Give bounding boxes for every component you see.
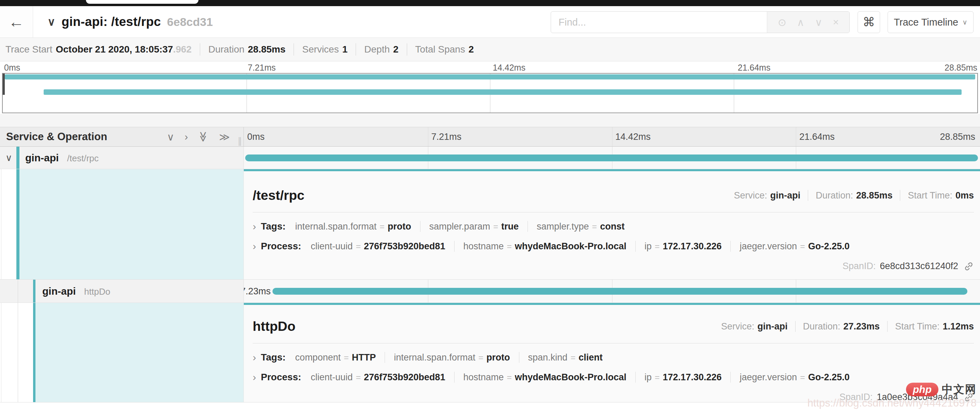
minimap-tick-labels: 0ms 7.21ms 14.42ms 21.64ms 28.85ms — [0, 62, 980, 72]
find-focus-icon[interactable]: ⊙ — [778, 16, 786, 28]
back-arrow-icon: ← — [8, 13, 24, 31]
meta-label: Start Time: — [908, 190, 952, 201]
expand-chevron-icon[interactable]: › — [253, 240, 256, 252]
depth-label: Depth — [364, 44, 390, 55]
span-row-httpdo[interactable]: gin-api httpDo 27.23ms — [0, 280, 980, 303]
process-value: Go-2.25.0 — [808, 372, 850, 383]
equals-sign: = — [356, 242, 361, 251]
find-next-icon[interactable]: ∨ — [815, 16, 822, 28]
span-bar-cell — [244, 147, 980, 169]
meta-label: Start Time: — [895, 321, 940, 332]
expand-one-icon[interactable]: › — [185, 131, 188, 143]
timeline-tick: 28.85ms — [940, 132, 975, 142]
process-key: client-uuid — [311, 241, 353, 252]
process-row[interactable]: › Process: client-uuid=276f753b920bed81 … — [253, 240, 974, 252]
timeline-tick: 14.42ms — [616, 132, 651, 142]
span-detail-meta: Service: gin-api Duration: 28.85ms Start… — [734, 190, 974, 201]
tags-label: Tags: — [261, 352, 286, 363]
span-row-test-rpc[interactable]: ∨ gin-api /test/rpc — [0, 147, 980, 169]
meta-label: Service: — [734, 190, 767, 201]
collapse-all-icon[interactable]: ≫ — [197, 131, 209, 142]
tags-row[interactable]: › Tags: component=HTTP internal.span.for… — [253, 352, 974, 363]
trace-page-header: ← ∨ gin-api: /test/rpc 6e8cd31 ⊙ ∧ ∨ × ⌘… — [0, 6, 980, 38]
divider-line — [253, 343, 974, 344]
span-bar-cell: 27.23ms — [244, 280, 980, 303]
tag-value: proto — [487, 352, 510, 363]
browser-chrome-strip — [0, 0, 980, 6]
chevron-down-icon: ∨ — [962, 18, 967, 26]
span-detail-meta: Service: gin-api Duration: 27.23ms Start… — [721, 321, 974, 332]
find-input[interactable] — [551, 11, 767, 33]
column-resize-grip[interactable]: ∥ — [238, 136, 242, 146]
expand-chevron-icon[interactable]: › — [253, 221, 256, 232]
process-key: client-uuid — [311, 372, 353, 383]
span-collapse-chevron-icon[interactable]: ∨ — [5, 153, 12, 163]
total-spans-label: Total Spans — [415, 44, 465, 55]
find-controls: ⊙ ∧ ∨ × — [767, 11, 850, 33]
service-color-bar — [33, 280, 35, 302]
hierarchy-guide-line — [18, 303, 18, 402]
meta-value: gin-api — [757, 321, 788, 332]
span-duration-bar[interactable] — [272, 288, 967, 295]
divider — [730, 372, 731, 383]
tag-value: client — [579, 352, 603, 363]
service-operation-header: Service & Operation — [6, 130, 107, 143]
tag-key: sampler.type — [537, 221, 589, 232]
service-operation-header-cell: Service & Operation ∨ › ≫ ≫ ∥ — [0, 127, 244, 146]
meta-value: 27.23ms — [843, 321, 880, 332]
meta-label: Duration: — [816, 190, 853, 201]
watermark-url: https://blog.csdn.net/why444216978 — [807, 397, 977, 409]
keyboard-shortcuts-button[interactable]: ⌘ — [858, 11, 880, 33]
process-value: 172.17.30.226 — [663, 372, 722, 383]
tag-key: internal.span.format — [295, 221, 377, 232]
detail-indent-gutter[interactable] — [19, 169, 244, 279]
gridline — [428, 127, 428, 146]
detail-indent-gutter[interactable] — [35, 303, 244, 402]
process-row[interactable]: › Process: client-uuid=276f753b920bed81 … — [253, 371, 974, 383]
span-detail-title: /test/rpc — [253, 188, 304, 203]
process-key: hostname — [463, 372, 504, 383]
depth-value: 2 — [393, 44, 399, 55]
expand-all-icon[interactable]: ≫ — [219, 131, 230, 143]
command-icon: ⌘ — [863, 15, 875, 29]
expand-chevron-icon[interactable]: › — [253, 352, 256, 363]
process-label: Process: — [261, 372, 301, 383]
watermark: php 中文网 https://blog.csdn.net/why4442169… — [807, 382, 977, 409]
view-selector-button[interactable]: Trace Timeline ∨ — [888, 11, 974, 33]
minimap-tick: 28.85ms — [945, 63, 977, 73]
find-clear-icon[interactable]: × — [833, 16, 839, 28]
gridline — [612, 127, 612, 146]
back-button[interactable]: ← — [0, 6, 33, 38]
trace-start-millis: .962 — [173, 44, 192, 54]
trace-collapse-chevron-icon[interactable]: ∨ — [48, 15, 55, 28]
spanid-value: 6e8cd313c61240f2 — [880, 261, 958, 272]
service-color-bar — [16, 169, 19, 279]
minimap-drag-handle[interactable] — [3, 74, 5, 95]
process-key: jaeger.version — [740, 372, 797, 383]
link-icon[interactable] — [964, 261, 974, 272]
service-color-bar — [16, 147, 19, 169]
row-edge-line — [1, 169, 2, 279]
tags-row[interactable]: › Tags: internal.span.format=proto sampl… — [253, 221, 974, 232]
process-value: Go-2.25.0 — [808, 241, 850, 252]
span-duration-bar[interactable] — [245, 154, 978, 161]
trace-minimap[interactable] — [2, 73, 978, 113]
watermark-site-name: 中文网 — [942, 382, 977, 397]
trace-start-value: October 21 2020, 18:05:37.962 — [56, 44, 191, 55]
divider — [808, 190, 808, 201]
browser-tab-bottom — [86, 0, 199, 4]
find-prev-icon[interactable]: ∧ — [797, 16, 804, 28]
divider — [294, 43, 294, 56]
minimap-tick: 7.21ms — [248, 63, 276, 73]
services-value: 1 — [342, 44, 348, 55]
meta-value: 0ms — [955, 190, 974, 201]
equals-sign: = — [380, 222, 385, 232]
expand-chevron-icon[interactable]: › — [253, 371, 256, 383]
span-name-cell: ∨ gin-api /test/rpc — [0, 147, 244, 169]
operation-name: /test/rpc — [67, 153, 99, 163]
equals-sign: = — [507, 372, 512, 382]
collapse-one-icon[interactable]: ∨ — [167, 131, 174, 143]
meta-label: Duration: — [803, 321, 840, 332]
equals-sign: = — [493, 222, 498, 232]
divider — [407, 43, 407, 56]
